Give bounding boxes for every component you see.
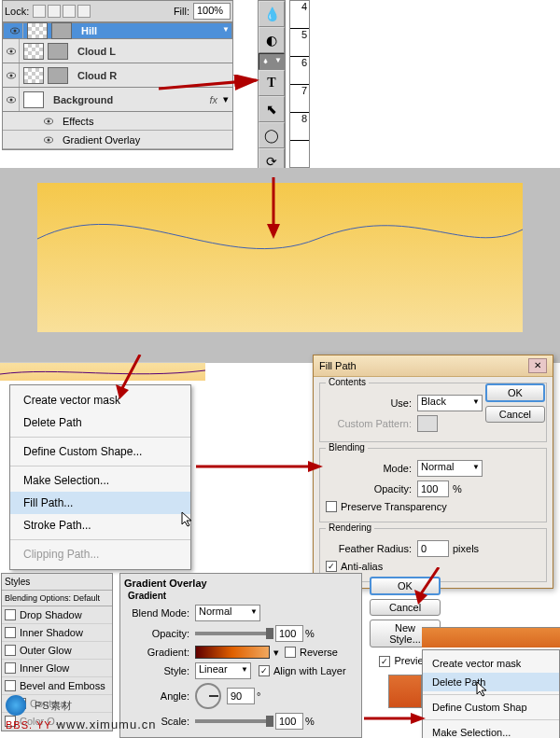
effects-row[interactable]: Effects (3, 112, 232, 131)
menu-create-vector-mask[interactable]: Create vector mask (423, 654, 559, 673)
antialias-label: Anti-alias (341, 561, 383, 572)
lock-label: Lock: (5, 6, 29, 17)
menu-make-selection[interactable]: Make Selection... (423, 723, 559, 738)
ruler-tick: 5 (301, 29, 307, 40)
arrow-icon (196, 457, 327, 476)
ok-button[interactable]: OK (485, 383, 545, 402)
pen-path[interactable] (37, 183, 523, 332)
group-label: Blending (326, 442, 368, 453)
fx-badge[interactable]: fx (209, 94, 217, 105)
mode-select[interactable]: Normal (417, 460, 483, 477)
svg-point-3 (9, 49, 12, 52)
feather-input[interactable] (417, 540, 449, 557)
svg-point-9 (48, 119, 50, 122)
lock-row: Lock: Fill: 100% (3, 1, 232, 22)
gradient-swatch[interactable] (195, 646, 270, 659)
ruler-tick: 7 (301, 85, 307, 96)
menu-make-selection[interactable]: Make Selection... (10, 469, 190, 492)
layer-background[interactable]: Background fx▾ (3, 88, 232, 112)
layer-hill[interactable]: Hill (3, 22, 232, 39)
layer-name: Cloud R (77, 70, 117, 81)
pen-tool[interactable] (259, 53, 285, 70)
lock-box[interactable] (63, 5, 76, 18)
scale-input[interactable] (275, 713, 303, 730)
menu-stroke-path[interactable]: Stroke Path... (10, 514, 190, 536)
layer-thumb (23, 67, 44, 84)
layer-mask (48, 67, 68, 84)
layers-panel: Lock: Fill: 100% Hill Cloud L Cloud R Ba… (2, 0, 233, 150)
menu-define-custom-shape[interactable]: Define Custom Shap (423, 698, 559, 717)
menu-delete-path[interactable]: Delete Path (423, 673, 559, 691)
reverse-label: Reverse (300, 647, 338, 658)
lock-box[interactable] (33, 5, 46, 18)
style-inner-glow[interactable]: Inner Glow (2, 660, 112, 677)
ok-button[interactable]: OK (370, 577, 441, 595)
antialias-checkbox[interactable]: ✓ (326, 561, 337, 572)
fill-label: Fill: (174, 6, 189, 17)
fill-value[interactable]: 100% (193, 3, 231, 20)
layer-mask (48, 43, 68, 60)
fill-path-dialog: Fill Path✕ Contents Use:Black Custom Pat… (313, 355, 553, 589)
close-icon[interactable]: ✕ (528, 358, 547, 373)
use-select[interactable]: Black (417, 395, 483, 411)
visibility-icon[interactable] (7, 23, 23, 38)
ellipse-tool[interactable]: ◯ (259, 122, 285, 148)
watermark: PS素材 BBS. YY www.ximumu.cn (6, 695, 157, 732)
visibility-icon[interactable] (3, 63, 20, 87)
angle-input[interactable] (227, 688, 255, 704)
gradient-overlay-label: Gradient Overlay (63, 134, 140, 146)
style-bevel-emboss[interactable]: Bevel and Emboss (2, 677, 112, 695)
style-inner-shadow[interactable]: Inner Shadow (2, 624, 112, 642)
ruler-tick: 4 (301, 1, 307, 12)
menu-create-vector-mask[interactable]: Create vector mask (10, 389, 190, 411)
style-select[interactable]: Linear (195, 662, 251, 679)
ruler-tick: 6 (301, 57, 307, 68)
menu-clipping-path: Clipping Path... (10, 543, 190, 565)
layer-thumb (23, 43, 44, 60)
layer-name: Background (53, 94, 113, 105)
dodge-tool[interactable]: ◐ (259, 27, 285, 53)
visibility-icon[interactable] (3, 88, 20, 111)
scale-slider[interactable] (195, 719, 270, 723)
style-drop-shadow[interactable]: Drop Shadow (2, 606, 112, 624)
type-tool[interactable]: T (259, 70, 285, 96)
layer-cloud-r[interactable]: Cloud R (3, 63, 232, 88)
cursor-icon (476, 681, 489, 698)
align-label: Align with Layer (273, 665, 346, 676)
reverse-checkbox[interactable] (285, 647, 296, 658)
lock-box[interactable] (77, 5, 91, 18)
lock-box[interactable] (48, 5, 61, 18)
preserve-checkbox[interactable] (326, 501, 337, 512)
blending-default[interactable]: Blending Options: Default (2, 591, 112, 606)
opacity-input[interactable] (417, 480, 449, 497)
dialog-titlebar[interactable]: Fill Path✕ (314, 355, 553, 377)
hill-strip (0, 362, 205, 381)
px: pixels (453, 543, 479, 554)
cancel-button[interactable]: Cancel (485, 406, 545, 423)
opacity-input[interactable] (275, 625, 303, 642)
blur-tool[interactable]: 💧 (259, 1, 285, 27)
menu-define-custom-shape[interactable]: Define Custom Shape... (10, 440, 190, 463)
angle-dial[interactable] (195, 683, 221, 709)
artboard[interactable] (37, 183, 523, 332)
align-checkbox[interactable]: ✓ (259, 665, 270, 676)
gradient-overlay-row[interactable]: Gradient Overlay (3, 131, 232, 149)
opacity-label: Opacity: (124, 628, 189, 639)
blend-mode-select[interactable]: Normal (195, 605, 260, 621)
menu-delete-path[interactable]: Delete Path (10, 411, 190, 434)
menu-fill-path[interactable]: Fill Path... (10, 492, 190, 514)
path-select-tool[interactable]: ⬉ (259, 96, 285, 122)
visibility-icon[interactable] (3, 39, 20, 63)
layer-thumb (23, 91, 44, 108)
opacity-slider[interactable] (195, 632, 270, 635)
style-outer-glow[interactable]: Outer Glow (2, 642, 112, 660)
layer-cloud-l[interactable]: Cloud L (3, 39, 232, 63)
mini-hill (422, 627, 560, 647)
gradient-label: Gradient: (124, 647, 189, 658)
layer-name: Hill (81, 25, 97, 36)
dialog-title: Fill Path (319, 360, 357, 371)
go-section: Gradient (128, 591, 357, 601)
preview-checkbox[interactable]: ✓ (379, 656, 390, 667)
group-label: Contents (326, 377, 369, 387)
cancel-button[interactable]: Cancel (370, 599, 441, 616)
